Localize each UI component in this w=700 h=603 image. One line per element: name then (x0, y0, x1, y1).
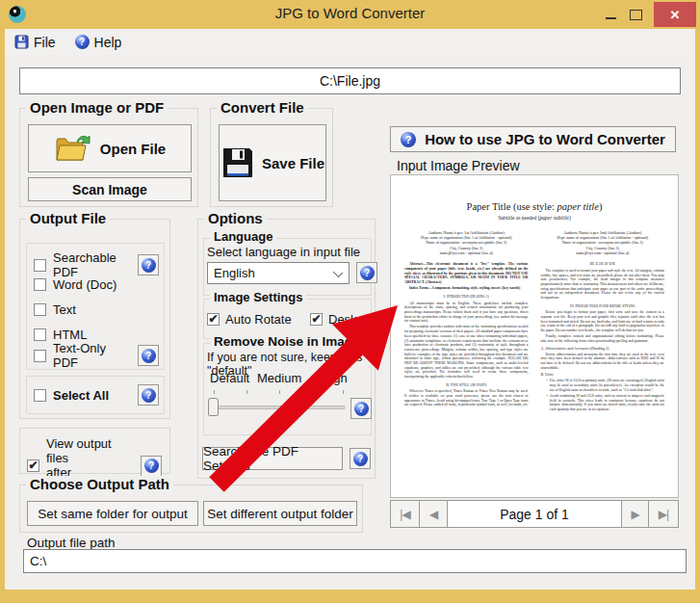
maximize-icon (630, 10, 642, 20)
menu-help[interactable]: ? Help (65, 29, 132, 55)
searchable-pdf-help-button[interactable]: ? (138, 254, 159, 275)
remove-noise-group: Remove Noise in Image If you are not sur… (203, 343, 372, 435)
remove-noise-title: Remove Noise in Image (210, 334, 364, 349)
select-all-label: Select All (53, 388, 131, 403)
language-help-button[interactable]: ? (356, 262, 377, 283)
set-different-folder-button[interactable]: Set different output folder (203, 501, 357, 526)
doc-heading-2: II. Type Style and Fonts (404, 382, 529, 387)
doc-heading-1: I. Introduction (Heading 1) (404, 294, 529, 299)
select-all-help-button[interactable]: ? (138, 384, 159, 406)
view-output-help-button[interactable]: ? (141, 456, 162, 477)
doc-author-block-2: Authors Name/s per 2nd Affiliation (Auth… (541, 229, 665, 256)
pdf-settings-help-button[interactable]: ? (350, 448, 371, 469)
last-page-button[interactable]: ▶| (649, 500, 679, 528)
noise-slider-track[interactable] (210, 406, 345, 409)
noise-level-medium: Medium (257, 371, 301, 385)
minimize-button[interactable] (598, 2, 623, 27)
doc-title: Paper Title (use style: paper title) (404, 200, 664, 213)
convert-file-group: Convert File Save File (210, 108, 333, 207)
text-only-pdf-label: Text-Only PDF (53, 341, 131, 370)
menu-file[interactable]: File (5, 29, 65, 55)
option-row-word-doc: Word (Doc) (34, 277, 117, 292)
doc-heading-3: III. Ease of Use (541, 262, 665, 267)
page-navigation: |◀ ◀ Page 1 of 1 ▶ ▶| (390, 500, 679, 528)
view-output-checkbox[interactable]: ✔ (27, 459, 39, 472)
prev-page-button[interactable]: ◀ (420, 500, 448, 528)
convert-file-group-title: Convert File (217, 99, 308, 116)
word-doc-checkbox[interactable] (34, 278, 46, 291)
doc-author-block-1: Authors Name/s per 1st Affiliation (Auth… (404, 229, 529, 256)
check-icon: ✔ (311, 314, 321, 324)
noise-level-high: High (322, 371, 348, 385)
menu-file-label: File (34, 35, 56, 50)
next-page-icon: ▶ (631, 508, 638, 521)
minimize-icon (606, 17, 616, 19)
open-image-group: Open Image or PDF Open File Scan Image (19, 108, 198, 207)
app-window: { "window": { "title": "JPG to Word Conv… (0, 0, 700, 603)
set-same-folder-button[interactable]: Set same folder for output (27, 501, 198, 526)
searchable-pdf-settings-label: Searchable PDF Settings (203, 444, 342, 473)
title-bar: JPG to Word Converter ✕ (0, 0, 700, 29)
noise-level-default: Default (210, 371, 249, 385)
doc-abstract: Abstract—This electronic document is a "… (404, 262, 529, 284)
doc-heading-4: IV. Prepare Your Paper Before Styling (541, 303, 665, 308)
maximize-button[interactable] (623, 2, 648, 27)
language-group: Language Select language in input file E… (203, 238, 372, 296)
doc-heading-5: A. Abbreviations and Acronyms (Heading 2… (541, 346, 665, 351)
input-image-preview-label: Input Image Preview (397, 158, 520, 173)
text-checkbox[interactable] (34, 303, 46, 316)
noise-slider-thumb[interactable] (208, 398, 219, 416)
language-select[interactable]: English (207, 262, 350, 284)
choose-output-path-group: Choose Output Path Set same folder for o… (19, 485, 363, 533)
deskew-label: Deskew (328, 312, 373, 327)
input-image-preview-panel: Paper Title (use style: paper title) Sub… (390, 174, 679, 498)
save-file-button[interactable]: Save File (219, 124, 326, 201)
searchable-pdf-settings-button[interactable]: Searchable PDF Settings (202, 447, 343, 470)
how-to-use-label: How to use JPG to Word Converter (425, 131, 665, 147)
chevron-down-icon (333, 268, 343, 277)
select-all-row: Select All ? (34, 384, 159, 406)
bullet-icon: • (547, 393, 548, 411)
help-icon: ? (360, 266, 375, 280)
html-checkbox[interactable] (34, 328, 46, 341)
first-page-button[interactable]: |◀ (390, 500, 420, 528)
check-icon: ✔ (208, 314, 218, 324)
select-all-box: Select All ? (26, 376, 165, 414)
output-file-path-field[interactable]: C:\ (23, 549, 687, 573)
output-format-box: Searchable PDF ? Word (Doc) Text HTML Te… (26, 243, 165, 370)
input-file-path-field[interactable]: C:\File.jpg (19, 67, 681, 94)
language-selected-value: English (214, 266, 255, 280)
help-icon: ? (144, 459, 159, 473)
option-row-searchable-pdf: Searchable PDF ? (34, 250, 159, 279)
doc-right-column: Authors Name/s per 2nd Affiliation (Auth… (541, 229, 665, 412)
deskew-row: ✔ Deskew (310, 312, 373, 327)
open-file-label: Open File (100, 141, 166, 157)
first-page-icon: |◀ (400, 508, 409, 521)
text-only-pdf-checkbox[interactable] (34, 350, 46, 362)
auto-rotate-checkbox[interactable]: ✔ (207, 313, 220, 326)
close-button[interactable]: ✕ (654, 2, 696, 27)
deskew-checkbox[interactable]: ✔ (310, 313, 323, 326)
prev-page-icon: ◀ (429, 508, 437, 521)
help-icon: ? (354, 402, 369, 416)
open-file-button[interactable]: Open File (28, 124, 192, 172)
doc-left-column: Authors Name/s per 1st Affiliation (Auth… (404, 229, 529, 412)
choose-output-path-title: Choose Output Path (26, 476, 173, 492)
option-row-text: Text (34, 302, 76, 317)
next-page-button[interactable]: ▶ (621, 500, 649, 528)
scan-image-button[interactable]: Scan Image (28, 177, 192, 201)
html-label: HTML (53, 328, 87, 342)
option-row-text-only-pdf: Text-Only PDF ? (34, 343, 159, 368)
open-folder-icon (54, 133, 92, 164)
set-different-folder-label: Set different output folder (207, 507, 352, 521)
image-settings-group: Image Settings ✔ Auto Rotate ✔ Deskew (203, 299, 372, 339)
searchable-pdf-checkbox[interactable] (34, 259, 46, 272)
help-icon: ? (353, 452, 368, 466)
how-to-use-button[interactable]: ? How to use JPG to Word Converter (390, 126, 676, 152)
select-all-checkbox[interactable] (34, 389, 46, 402)
noise-help-button[interactable]: ? (350, 398, 372, 419)
text-only-pdf-help-button[interactable]: ? (138, 345, 159, 366)
close-icon: ✕ (670, 8, 681, 22)
option-row-html: HTML (34, 328, 87, 342)
image-settings-title: Image Settings (210, 290, 306, 304)
